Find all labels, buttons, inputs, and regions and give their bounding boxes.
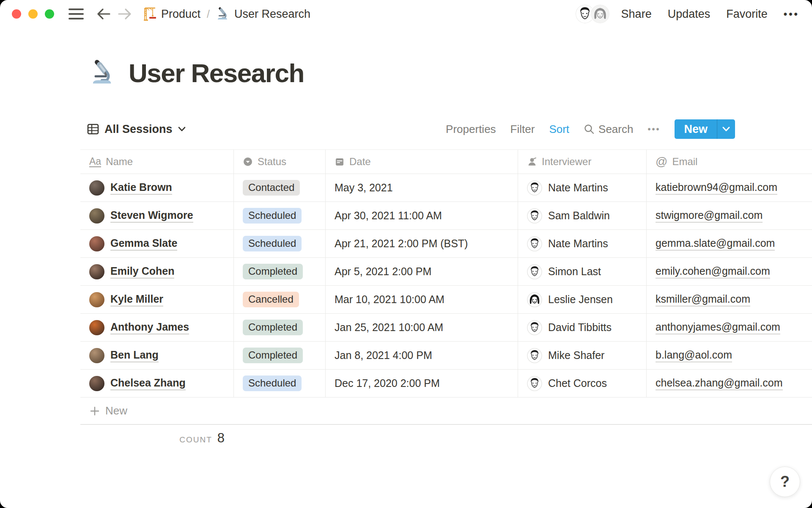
email-link[interactable]: b.lang@aol.com [656, 349, 732, 362]
email-cell[interactable]: b.lang@aol.com [647, 342, 812, 369]
share-button[interactable]: Share [621, 8, 652, 21]
interviewer-cell[interactable]: Nate Martins [518, 230, 647, 257]
column-header-status[interactable]: Status [234, 150, 326, 174]
session-name-link[interactable]: Emily Cohen [110, 265, 174, 279]
name-cell[interactable]: Anthony James [80, 314, 234, 341]
interviewer-avatar [527, 376, 542, 391]
interviewer-cell[interactable]: Simon Last [518, 258, 647, 285]
interviewer-cell[interactable]: Sam Baldwin [518, 202, 647, 229]
sort-button[interactable]: Sort [549, 123, 569, 136]
name-cell[interactable]: Ben Lang [80, 342, 234, 369]
session-name-link[interactable]: Katie Brown [110, 181, 172, 195]
name-cell[interactable]: Chelsea Zhang [80, 370, 234, 397]
email-cell[interactable]: stwigmore@gmail.com [647, 202, 812, 229]
status-badge: Completed [243, 320, 303, 335]
sidebar-toggle-icon[interactable] [69, 8, 84, 19]
filter-button[interactable]: Filter [510, 123, 535, 136]
interviewer-avatar [527, 208, 542, 224]
name-cell[interactable]: Steven Wigmore [80, 202, 234, 229]
name-cell[interactable]: Gemma Slate [80, 230, 234, 257]
date-cell[interactable]: May 3, 2021 [326, 174, 518, 202]
interviewer-cell[interactable]: Mike Shafer [518, 342, 647, 369]
email-link[interactable]: chelsea.zhang@gmail.com [656, 377, 783, 390]
date-cell[interactable]: Apr 21, 2021 2:00 PM (BST) [326, 230, 518, 257]
email-cell[interactable]: emily.cohen@gmail.com [647, 258, 812, 285]
status-cell[interactable]: Cancelled [234, 286, 326, 313]
status-cell[interactable]: Completed [234, 258, 326, 285]
search-button[interactable]: Search [584, 123, 633, 136]
date-cell[interactable]: Jan 8, 2021 4:00 PM [326, 342, 518, 369]
add-row-button[interactable]: New [80, 398, 812, 425]
back-arrow-icon[interactable] [96, 8, 111, 20]
column-header-email[interactable]: @ Email [647, 150, 812, 174]
help-button[interactable]: ? [770, 467, 800, 497]
interviewer-cell[interactable]: Leslie Jensen [518, 286, 647, 313]
zoom-window-button[interactable] [45, 9, 54, 19]
view-switcher-all-sessions[interactable]: All Sessions [80, 123, 186, 136]
updates-button[interactable]: Updates [668, 8, 710, 21]
avatar [89, 320, 104, 335]
email-link[interactable]: ksmiller@gmail.com [656, 293, 750, 306]
email-link[interactable]: katiebrown94@gmail.com [656, 181, 777, 195]
new-button-label[interactable]: New [675, 119, 717, 139]
interviewer-avatar [527, 236, 542, 251]
email-cell[interactable]: katiebrown94@gmail.com [647, 174, 812, 202]
microscope-icon[interactable] [90, 59, 116, 87]
status-cell[interactable]: Contacted [234, 174, 326, 202]
interviewer-cell[interactable]: Chet Corcos [518, 370, 647, 397]
date-cell[interactable]: Apr 30, 2021 11:00 AM [326, 202, 518, 229]
email-link[interactable]: anthonyjames@gmail.com [656, 321, 780, 334]
status-badge: Scheduled [243, 236, 302, 251]
app-window: Product / User Research [0, 0, 812, 508]
column-header-date[interactable]: Date [326, 150, 518, 174]
new-button-dropdown[interactable] [717, 119, 735, 139]
date-cell[interactable]: Mar 10, 2021 10:00 AM [326, 286, 518, 313]
session-name-link[interactable]: Gemma Slate [110, 237, 177, 251]
date-cell[interactable]: Apr 5, 2021 2:00 PM [326, 258, 518, 285]
date-cell[interactable]: Jan 25, 2021 10:00 AM [326, 314, 518, 341]
name-cell[interactable]: Katie Brown [80, 174, 234, 202]
column-header-interviewer[interactable]: Interviewer [518, 150, 647, 174]
status-cell[interactable]: Scheduled [234, 230, 326, 257]
interviewer-cell[interactable]: David Tibbitts [518, 314, 647, 341]
more-options-icon[interactable]: ••• [784, 8, 799, 20]
date-cell[interactable]: Dec 17, 2020 2:00 PM [326, 370, 518, 397]
breadcrumb: Product / User Research [143, 7, 310, 21]
collaborator-avatar[interactable] [590, 4, 610, 24]
interviewer-name: Leslie Jensen [548, 293, 613, 306]
status-cell[interactable]: Scheduled [234, 370, 326, 397]
session-name-link[interactable]: Steven Wigmore [110, 209, 193, 223]
session-name-link[interactable]: Anthony James [110, 321, 189, 334]
properties-button[interactable]: Properties [446, 123, 496, 136]
minimize-window-button[interactable] [28, 9, 38, 19]
email-cell[interactable]: anthonyjames@gmail.com [647, 314, 812, 341]
session-name-link[interactable]: Kyle Miller [110, 293, 163, 306]
status-badge: Scheduled [243, 375, 302, 391]
email-cell[interactable]: ksmiller@gmail.com [647, 286, 812, 313]
email-link[interactable]: gemma.slate@gmail.com [656, 237, 775, 251]
status-cell[interactable]: Scheduled [234, 202, 326, 229]
session-name-link[interactable]: Chelsea Zhang [110, 377, 186, 390]
email-cell[interactable]: gemma.slate@gmail.com [647, 230, 812, 257]
status-cell[interactable]: Completed [234, 314, 326, 341]
interviewer-name: Simon Last [548, 265, 601, 278]
session-name-link[interactable]: Ben Lang [110, 349, 159, 362]
email-link[interactable]: emily.cohen@gmail.com [656, 265, 770, 279]
status-cell[interactable]: Completed [234, 342, 326, 369]
close-window-button[interactable] [12, 9, 21, 19]
email-cell[interactable]: chelsea.zhang@gmail.com [647, 370, 812, 397]
name-cell[interactable]: Emily Cohen [80, 258, 234, 285]
forward-arrow-icon[interactable] [118, 8, 132, 20]
interviewer-avatar [527, 180, 542, 196]
favorite-button[interactable]: Favorite [726, 8, 768, 21]
status-badge: Completed [243, 348, 303, 363]
view-more-options-icon[interactable]: ••• [647, 124, 660, 134]
column-header-name[interactable]: Aa Name [80, 150, 234, 174]
count-footer: COUNT 8 [80, 425, 234, 451]
breadcrumb-item-product[interactable]: Product [143, 7, 200, 21]
name-cell[interactable]: Kyle Miller [80, 286, 234, 313]
breadcrumb-item-user-research[interactable]: User Research [216, 7, 310, 21]
email-link[interactable]: stwigmore@gmail.com [656, 209, 763, 223]
avatar [89, 348, 104, 363]
interviewer-cell[interactable]: Nate Martins [518, 174, 647, 202]
